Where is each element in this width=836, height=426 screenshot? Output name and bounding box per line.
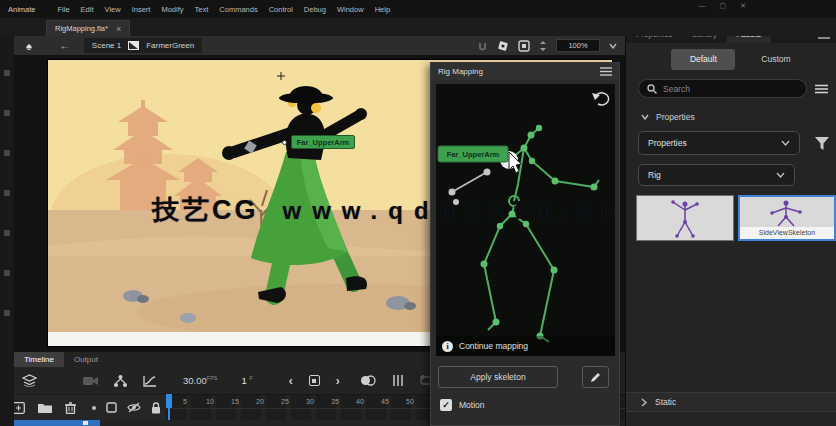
rig-skeleton-view[interactable]: Far_UpperArm: [436, 84, 615, 356]
minimize-icon[interactable]: —: [699, 2, 706, 10]
tab-timeline[interactable]: Timeline: [14, 352, 64, 367]
menu-debug[interactable]: Debug: [304, 5, 326, 14]
menu-edit[interactable]: Edit: [81, 5, 94, 14]
assets-view-tabs: Default Custom: [626, 43, 836, 75]
stage-icon: ♠: [26, 40, 32, 52]
chevron-right-icon: [641, 398, 647, 407]
edit-bar: ♠ ← Scene 1 FarmerGreen 100%: [14, 36, 625, 55]
menu-bar: Animate File Edit View Insert Modify Tex…: [0, 0, 836, 18]
breadcrumb-scene[interactable]: Scene 1: [92, 41, 121, 50]
tab-close-icon[interactable]: ×: [116, 24, 121, 34]
motion-option-row: ✓ Motion: [440, 399, 485, 411]
menu-commands[interactable]: Commands: [219, 5, 257, 14]
section-header-properties[interactable]: Properties: [641, 112, 836, 122]
breadcrumb-symbol[interactable]: FarmerGreen: [146, 41, 194, 50]
menu-control[interactable]: Control: [269, 5, 293, 14]
chevron-down-icon: [781, 140, 790, 146]
rig-bone-tooltip: Far_UpperArm: [438, 146, 508, 162]
chevron-down-icon: [776, 172, 785, 178]
lock-layers-icon[interactable]: [151, 402, 161, 414]
outline-mode-icon[interactable]: [106, 402, 117, 413]
search-field[interactable]: [638, 79, 807, 98]
document-tab[interactable]: RigMapping.fla* ×: [46, 20, 130, 36]
new-folder-icon[interactable]: [38, 402, 52, 413]
delete-layer-icon[interactable]: [65, 402, 76, 414]
unmapped-bone: [449, 169, 491, 206]
center-frame-icon[interactable]: [518, 40, 530, 52]
mapping-status-text: Continue mapping: [459, 341, 528, 351]
layers-icon[interactable]: [22, 374, 37, 387]
properties-filter-dropdown[interactable]: Properties: [638, 131, 800, 155]
zoom-stepper-icon[interactable]: [539, 40, 547, 52]
section-label: Properties: [656, 112, 695, 122]
dropdown-value: Properties: [648, 138, 687, 148]
panel-menu-icon[interactable]: [600, 67, 612, 76]
zoom-level-input[interactable]: 100%: [556, 39, 600, 52]
menu-modify[interactable]: Modify: [161, 5, 183, 14]
document-tab-bar: RigMapping.fla* ×: [0, 18, 836, 36]
rig-mapping-title: Rig Mapping: [438, 67, 483, 76]
magnet-icon[interactable]: [477, 40, 488, 51]
layer-parenting-icon[interactable]: [114, 375, 127, 387]
current-frame-display[interactable]: 1 F: [241, 375, 252, 386]
tab-default[interactable]: Default: [671, 49, 735, 70]
frame-rate-display[interactable]: 30.00FPS: [183, 375, 217, 386]
section-header-static[interactable]: Static: [626, 392, 836, 412]
motion-label: Motion: [459, 400, 485, 410]
rig-mapping-panel-header[interactable]: Rig Mapping: [431, 63, 619, 80]
bone-joint-dot[interactable]: [282, 140, 287, 145]
rig-filter-dropdown[interactable]: Rig: [638, 164, 795, 186]
playhead[interactable]: [166, 394, 172, 408]
menu-file[interactable]: File: [58, 5, 70, 14]
hide-layers-icon[interactable]: [127, 402, 141, 413]
layer-toolbar: [0, 394, 166, 420]
window-controls: — ▢ ✕: [699, 2, 747, 10]
app-logo[interactable]: Animate: [8, 5, 36, 14]
onion-skin-outlines-icon[interactable]: [392, 375, 404, 386]
assets-panel: Properties Library Assets Default Custom: [625, 18, 836, 426]
edit-rig-button[interactable]: [582, 366, 609, 388]
stage-bone-tooltip: Far_UpperArm: [291, 135, 355, 149]
menu-help[interactable]: Help: [375, 5, 390, 14]
search-input[interactable]: [663, 84, 763, 94]
filter-funnel-icon[interactable]: [815, 137, 829, 150]
step-back-button[interactable]: ‹: [289, 374, 293, 388]
tools-panel-collapsed[interactable]: [0, 36, 14, 426]
center-frame-button[interactable]: [309, 375, 320, 386]
menu-view[interactable]: View: [105, 5, 121, 14]
menu-window[interactable]: Window: [337, 5, 364, 14]
paint-guides-icon[interactable]: [497, 40, 509, 52]
list-view-icon[interactable]: [815, 84, 828, 94]
dropdown-value: Rig: [648, 170, 661, 180]
maximize-icon[interactable]: ▢: [720, 2, 727, 10]
info-icon: i: [442, 341, 453, 352]
thumbnail-label: SideViewSkeleton: [740, 227, 834, 239]
close-icon[interactable]: ✕: [740, 2, 746, 10]
tab-output[interactable]: Output: [64, 352, 108, 367]
onion-skin-icon[interactable]: [360, 375, 376, 386]
camera-icon[interactable]: [83, 376, 98, 386]
back-arrow-icon[interactable]: ←: [60, 40, 70, 51]
pencil-icon: [590, 372, 601, 383]
menu-insert[interactable]: Insert: [132, 5, 151, 14]
document-title: RigMapping.fla*: [55, 24, 108, 33]
selected-layer-row[interactable]: [0, 420, 100, 426]
chevron-down-icon[interactable]: [609, 43, 617, 49]
apply-skeleton-button[interactable]: Apply skeleton: [438, 366, 558, 388]
rig-thumbnail[interactable]: [636, 195, 734, 241]
breadcrumb: Scene 1 FarmerGreen: [84, 38, 202, 53]
symbol-icon: [128, 41, 139, 50]
menu-text[interactable]: Text: [195, 5, 209, 14]
tab-custom[interactable]: Custom: [761, 54, 790, 64]
reset-view-icon: [592, 93, 609, 105]
rig-mapping-panel: Rig Mapping: [430, 62, 620, 426]
step-forward-button[interactable]: ›: [336, 374, 340, 388]
graph-editor-icon[interactable]: [143, 375, 157, 387]
highlight-dot-icon[interactable]: [92, 406, 96, 410]
section-label: Static: [655, 397, 676, 407]
mapping-status-row: i Continue mapping: [436, 336, 615, 356]
motion-checkbox[interactable]: ✓: [440, 399, 452, 411]
rig-thumbnail-sideviewskeleton[interactable]: SideViewSkeleton: [738, 195, 836, 241]
search-icon: [647, 84, 657, 94]
svg-text:Far_UpperArm: Far_UpperArm: [447, 150, 500, 159]
